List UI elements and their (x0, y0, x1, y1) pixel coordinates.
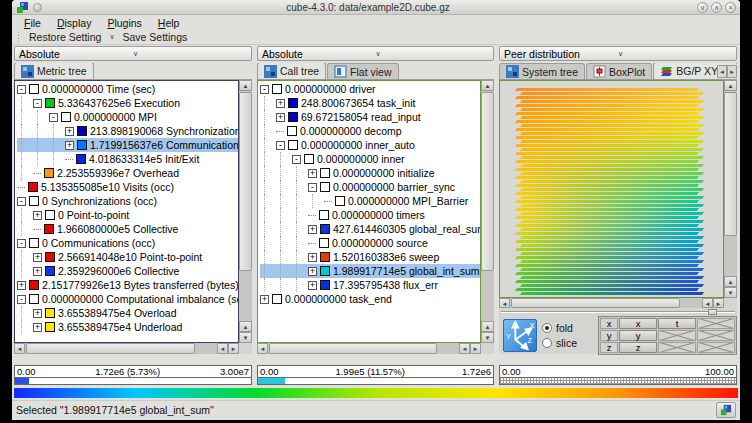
tree-row[interactable]: +3.655389475e4 Overload (17, 306, 238, 320)
dim-button-y[interactable]: y (619, 330, 657, 341)
dim-button-t[interactable]: t (658, 318, 696, 329)
tree-row[interactable]: -0.000000000 MPI (17, 110, 238, 124)
toolbar-drag-handle[interactable] (16, 32, 21, 43)
scroll-down-icon[interactable]: ▾ (481, 332, 494, 343)
scroll-up-icon[interactable]: ▴ (481, 321, 494, 332)
tree-row[interactable]: +2.566914048e10 Point-to-point (17, 250, 238, 264)
scroll-handle[interactable] (481, 92, 494, 271)
menu-plugins[interactable]: Plugins (99, 17, 149, 29)
menu-help[interactable]: Help (150, 17, 188, 29)
tree-row[interactable]: +0 Point-to-point (17, 208, 238, 222)
tree-row[interactable]: -0.000000000 inner (260, 152, 480, 166)
scroll-right-icon[interactable]: ▸ (713, 298, 724, 308)
system-vscrollbar[interactable]: ▴ ▴ ▾ (724, 80, 737, 298)
scroll-up-icon[interactable]: ▴ (239, 321, 252, 332)
collapse-toggle-icon[interactable]: - (17, 85, 26, 94)
metric-value-mode-select[interactable]: Absolute ∨ (14, 46, 252, 61)
scroll-left-icon[interactable]: ◂ (257, 343, 268, 354)
tree-row[interactable]: +1.719915637e6 Communication (17, 138, 238, 152)
tree-row[interactable]: -5.336437625e6 Execution (17, 96, 238, 110)
scroll-handle[interactable] (724, 92, 737, 236)
scroll-handle[interactable] (511, 298, 680, 308)
tree-row[interactable]: 5.135355085e10 Visits (occ) (17, 180, 238, 194)
slice-radio[interactable] (542, 338, 552, 348)
save-settings-button[interactable]: Save Settings (119, 31, 192, 43)
scroll-down-icon[interactable]: ▾ (239, 332, 252, 343)
slider-handle[interactable] (708, 309, 717, 315)
topology-display[interactable] (499, 80, 724, 298)
scroll-left-icon[interactable]: ◂ (217, 343, 228, 354)
scroll-handle[interactable] (239, 92, 252, 271)
tree-row[interactable]: 0.000000000 source (260, 236, 480, 250)
tree-row[interactable]: 0.000000000 MPI_Barrier (260, 194, 480, 208)
tree-row[interactable]: +17.395795438 flux_err (260, 278, 480, 292)
expand-toggle-icon[interactable]: + (308, 253, 317, 262)
fold-radio[interactable] (542, 323, 552, 333)
tree-row[interactable]: +0.000000000 initialize (260, 166, 480, 180)
expand-toggle-icon[interactable]: + (65, 141, 74, 150)
scroll-up-icon[interactable]: ▴ (481, 80, 494, 91)
zoom-slider[interactable] (499, 308, 737, 316)
tree-row[interactable]: 2.253559396e7 Overhead (17, 166, 238, 180)
expand-toggle-icon[interactable]: + (33, 267, 42, 276)
expand-toggle-icon[interactable]: + (308, 267, 317, 276)
titlebar-pin-button[interactable] (33, 3, 42, 12)
collapse-toggle-icon[interactable]: - (276, 141, 285, 150)
tree-row[interactable]: +0.000000000 task_end (260, 292, 480, 306)
expand-toggle-icon[interactable]: + (33, 211, 42, 220)
system-value-mode-select[interactable]: Peer distribution ∨ (499, 46, 737, 61)
tree-row[interactable]: +427.614460305 global_real_sum (260, 222, 480, 236)
collapse-toggle-icon[interactable]: - (49, 113, 58, 122)
menu-file[interactable]: File (16, 17, 49, 29)
scroll-up-icon[interactable]: ▴ (724, 80, 737, 91)
tree-row[interactable]: 0.000000000 timers (260, 208, 480, 222)
tree-row[interactable]: +248.800673654 task_init (260, 96, 480, 110)
tree-row[interactable]: -0 Communications (occ) (17, 236, 238, 250)
scroll-right-icon[interactable]: ▸ (470, 343, 481, 354)
collapse-toggle-icon[interactable]: - (308, 183, 317, 192)
menu-display[interactable]: Display (49, 17, 99, 29)
tree-row[interactable]: -0 Synchronizations (occ) (17, 194, 238, 208)
tree-row[interactable]: 0.000000000 decomp (260, 124, 480, 138)
tree-row[interactable]: -0.000000000 barrier_sync (260, 180, 480, 194)
expand-toggle-icon[interactable]: + (308, 281, 317, 290)
collapse-toggle-icon[interactable]: - (17, 239, 26, 248)
tab-metric-tree[interactable]: Metric tree (14, 63, 94, 79)
tree-row[interactable]: +1.989917714e5 global_int_sum (260, 264, 480, 278)
close-button[interactable]: × (725, 2, 736, 13)
minimize-button[interactable]: ∨ (697, 2, 708, 13)
tab-boxplot[interactable]: BoxPlot (586, 63, 652, 79)
dim-button-x[interactable]: x (619, 318, 657, 329)
scroll-left-icon[interactable]: ◂ (459, 343, 470, 354)
scroll-handle[interactable] (26, 343, 195, 354)
maximize-button[interactable]: ∧ (711, 2, 722, 13)
scroll-left-icon[interactable]: ◂ (499, 298, 510, 308)
metric-hscrollbar[interactable]: ◂ ◂ ▸ (14, 343, 239, 354)
tree-row[interactable]: +2.151779926e13 Bytes transferred (bytes… (17, 278, 238, 292)
expand-toggle-icon[interactable]: + (33, 253, 42, 262)
tree-row[interactable]: +69.672158054 read_input (260, 110, 480, 124)
expand-toggle-icon[interactable]: + (308, 169, 317, 178)
tab-scroll-left-icon[interactable]: ◂ (717, 65, 727, 78)
expand-toggle-icon[interactable]: + (276, 113, 285, 122)
scroll-up-icon[interactable]: ▴ (724, 276, 737, 287)
collapse-toggle-icon[interactable]: - (292, 155, 301, 164)
restore-setting-dropdown-icon[interactable]: ∨ (105, 33, 118, 41)
scroll-down-icon[interactable]: ▾ (724, 287, 737, 298)
expand-toggle-icon[interactable]: + (65, 127, 74, 136)
collapse-toggle-icon[interactable]: - (17, 295, 26, 304)
dim-button-z[interactable]: z (619, 342, 657, 353)
expand-toggle-icon[interactable]: + (17, 281, 26, 290)
expand-toggle-icon[interactable]: + (33, 323, 42, 332)
scroll-left-icon[interactable]: ◂ (14, 343, 25, 354)
scroll-handle[interactable] (269, 343, 437, 354)
tree-row[interactable]: +1.520160383e6 sweep (260, 250, 480, 264)
tree-row[interactable]: -0.000000000 Time (sec) (17, 82, 238, 96)
collapse-toggle-icon[interactable]: - (33, 99, 42, 108)
call-vscrollbar[interactable]: ▴ ▴ ▾ (481, 80, 494, 343)
collapse-toggle-icon[interactable]: - (17, 197, 26, 206)
tree-row[interactable]: 1.966080000e5 Collective (17, 222, 238, 236)
tree-row[interactable]: +2.359296000e6 Collective (17, 264, 238, 278)
restore-setting-button[interactable]: Restore Setting (25, 31, 105, 43)
tree-row[interactable]: +213.898190068 Synchronization (17, 124, 238, 138)
